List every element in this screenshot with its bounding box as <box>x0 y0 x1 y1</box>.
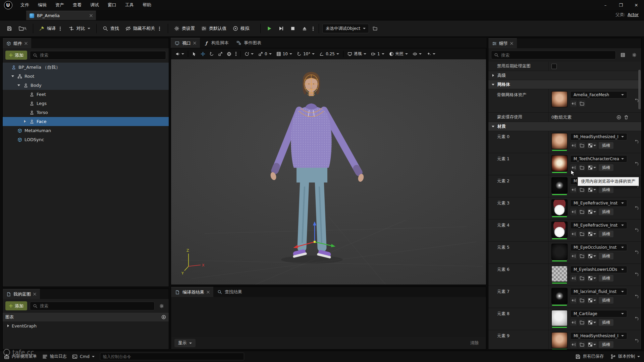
details-search[interactable] <box>491 51 616 59</box>
add-array-element-icon[interactable] <box>616 115 621 120</box>
center-tab[interactable]: 构造脚本 <box>200 38 232 48</box>
details-settings-gear-icon[interactable] <box>630 51 639 59</box>
component-tree-item[interactable]: Face <box>3 117 169 126</box>
display-filter-icon[interactable] <box>619 51 627 59</box>
my-blueprint-search[interactable] <box>30 302 155 310</box>
texture-options-button[interactable] <box>587 275 597 282</box>
class-settings-button[interactable]: 类设置 <box>171 23 198 34</box>
version-control-button[interactable]: 版本控制 <box>610 354 640 359</box>
slot-button[interactable]: 插槽 <box>599 164 613 171</box>
show-filter-select[interactable]: 显示 <box>174 339 196 347</box>
view-mode-select[interactable]: 光照 <box>387 50 410 58</box>
world-local-toggle-icon[interactable] <box>225 50 233 58</box>
close-tab-icon[interactable] <box>90 14 93 17</box>
browse-asset-button[interactable] <box>579 253 585 259</box>
component-tree-item[interactable]: MetaHuman <box>3 126 169 135</box>
find-button[interactable]: 查找 <box>100 23 122 34</box>
slot-button[interactable]: 插槽 <box>599 275 613 282</box>
move-tool-icon[interactable] <box>199 50 207 58</box>
minimize-button[interactable]: – <box>598 0 613 10</box>
center-tab[interactable]: 视口 <box>171 38 200 48</box>
browse-asset-button[interactable] <box>579 142 585 149</box>
material-thumbnail[interactable] <box>551 332 568 348</box>
material-thumbnail[interactable] <box>551 244 568 260</box>
component-tree-item[interactable]: Legs <box>3 99 169 108</box>
play-options-icon[interactable] <box>313 28 314 29</box>
compile-button[interactable]: 编译 <box>37 23 65 34</box>
use-selected-asset-button[interactable] <box>570 231 577 237</box>
skeletal-mesh-select[interactable]: Amelia_FaceMesh <box>570 91 627 99</box>
viewport[interactable]: 0 10 10° 0.25 透视 1 光照 <box>171 48 486 285</box>
perspective-select[interactable]: 透视 <box>345 50 368 58</box>
component-tree-item[interactable]: Torso <box>3 108 169 117</box>
texture-options-button[interactable] <box>587 164 597 171</box>
advanced-section-header[interactable]: 高级 <box>488 71 641 80</box>
class-defaults-button[interactable]: 类默认值 <box>199 23 229 34</box>
material-select[interactable]: MI_EyeRefractive_Inst <box>570 199 627 207</box>
simulate-button[interactable]: 模拟 <box>230 23 252 34</box>
component-tree-item[interactable]: Root <box>3 72 169 81</box>
clear-array-icon[interactable] <box>624 115 629 120</box>
camera-speed-control[interactable]: 1 <box>369 50 386 58</box>
material-thumbnail[interactable] <box>551 199 568 216</box>
material-select[interactable]: M_EyelashLowerLODs <box>570 266 627 273</box>
tab-components[interactable]: 组件 <box>3 38 31 48</box>
viewport-more-icon[interactable] <box>235 53 236 54</box>
material-select[interactable]: MI_EyeRefractive_Inst <box>570 222 627 229</box>
use-selected-asset-button[interactable] <box>570 100 577 107</box>
reset-to-default-button[interactable] <box>633 316 640 322</box>
all-saved-button[interactable]: 所有已保存 <box>575 354 604 359</box>
browse-asset-button[interactable] <box>579 208 585 215</box>
expander-icon[interactable] <box>6 324 10 328</box>
graphs-section-header[interactable]: 图表 <box>3 313 169 321</box>
use-selected-asset-button[interactable] <box>570 253 577 259</box>
browse-in-content-browser-button[interactable] <box>16 23 30 34</box>
diff-button[interactable]: 对比 <box>66 23 93 34</box>
rotation-snap-control[interactable]: 10° <box>295 50 317 58</box>
browse-asset-button[interactable] <box>579 275 585 282</box>
use-selected-asset-button[interactable] <box>570 297 577 304</box>
tab-my-blueprint[interactable]: 我的蓝图 <box>3 289 40 299</box>
reset-to-default-button[interactable] <box>633 272 640 278</box>
material-select[interactable]: MI_HeadSynthesized_I <box>570 133 627 140</box>
scale-snap-control[interactable]: 0.25 <box>317 50 341 58</box>
expander-icon[interactable] <box>5 65 9 69</box>
expander-icon[interactable] <box>23 92 27 97</box>
actor-snap-control[interactable]: 0 <box>256 50 274 58</box>
material-thumbnail[interactable] <box>551 177 568 193</box>
expander-icon[interactable] <box>11 137 15 142</box>
use-selected-asset-button[interactable] <box>570 319 577 326</box>
browse-asset-button[interactable] <box>579 164 585 171</box>
my-blueprint-search-input[interactable] <box>40 303 152 308</box>
cmd-select[interactable]: Cmd <box>72 354 95 359</box>
console-command-input[interactable] <box>100 353 244 360</box>
close-panel-icon[interactable] <box>33 293 36 296</box>
clear-results-button[interactable]: 清除 <box>466 339 483 347</box>
mesh-section-header[interactable]: 网格体 <box>488 80 641 89</box>
character-amelia[interactable] <box>270 72 365 259</box>
components-search-input[interactable] <box>40 53 163 58</box>
add-graph-button[interactable]: 添加 <box>5 301 27 310</box>
material-select[interactable]: M_Cartilage <box>570 310 627 317</box>
reset-to-default-button[interactable] <box>633 139 640 145</box>
texture-options-button[interactable] <box>587 231 597 237</box>
slot-button[interactable]: 插槽 <box>599 253 613 259</box>
maximize-button[interactable]: ❐ <box>613 0 629 10</box>
material-thumbnail[interactable] <box>551 288 568 304</box>
use-selected-asset-button[interactable] <box>570 208 577 215</box>
scale-tool-icon[interactable] <box>216 50 224 58</box>
reset-to-default-button[interactable] <box>633 205 640 212</box>
close-panel-icon[interactable] <box>510 42 513 45</box>
reset-to-default-button[interactable] <box>633 249 640 256</box>
component-tree-item[interactable]: LODSync <box>3 135 169 144</box>
texture-options-button[interactable] <box>587 142 597 149</box>
disable-postprocess-checkbox[interactable] <box>551 64 557 69</box>
slot-button[interactable]: 插槽 <box>599 231 613 237</box>
material-select[interactable]: MI_EyeOcclusion_Inst <box>570 244 627 251</box>
slot-button[interactable]: 插槽 <box>599 208 613 215</box>
material-thumbnail[interactable] <box>551 266 568 282</box>
menu-item[interactable]: 查看 <box>68 0 86 10</box>
menu-item[interactable]: 工具 <box>121 0 138 10</box>
viewport-scene[interactable]: Z Y X <box>171 59 486 285</box>
texture-options-button[interactable] <box>587 253 597 259</box>
